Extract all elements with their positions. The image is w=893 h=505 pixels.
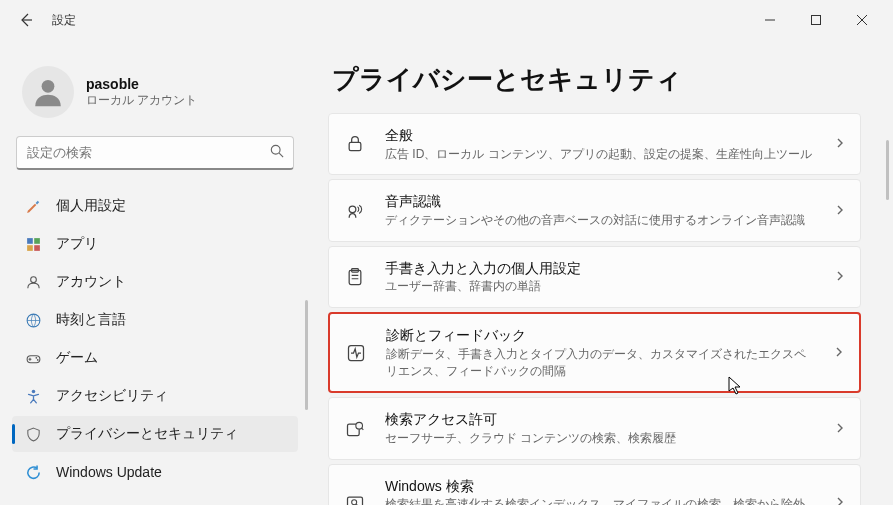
activity-icon [344, 341, 368, 365]
card-title: 全般 [385, 126, 816, 146]
card-title: 検索アクセス許可 [385, 410, 816, 430]
card-title: 手書き入力と入力の個人用設定 [385, 259, 816, 279]
card-diagnostics-feedback[interactable]: 診断とフィードバック 診断データ、手書き入力とタイプ入力のデータ、カスタマイズさ… [328, 312, 861, 393]
svg-line-6 [279, 153, 283, 157]
arrow-left-icon [18, 12, 34, 28]
svg-line-24 [362, 428, 364, 430]
close-icon [857, 15, 867, 25]
nav-time-language[interactable]: 時刻と言語 [12, 302, 298, 338]
svg-rect-25 [348, 498, 363, 505]
apps-icon [24, 235, 42, 253]
clipboard-icon [343, 265, 367, 289]
card-windows-search[interactable]: Windows 検索 検索結果を高速化する検索インデックス、マイファイルの検索、… [328, 464, 861, 505]
card-general[interactable]: 全般 広告 ID、ローカル コンテンツ、アプリの起動、設定の提案、生産性向上ツー… [328, 113, 861, 175]
svg-point-26 [352, 500, 357, 505]
card-sub: ディクテーションやその他の音声ベースの対話に使用するオンライン音声認識 [385, 212, 816, 229]
nav-privacy-security[interactable]: プライバシーとセキュリティ [12, 416, 298, 452]
nav-label: アクセシビリティ [56, 387, 168, 405]
nav-personalization[interactable]: 個人用設定 [12, 188, 298, 224]
nav-label: 個人用設定 [56, 197, 126, 215]
svg-point-5 [271, 145, 280, 154]
lock-icon [343, 132, 367, 156]
card-sub: 検索結果を高速化する検索インデックス、マイファイルの検索、検索から除外されたフォ… [385, 496, 816, 505]
maximize-icon [811, 15, 821, 25]
card-inking-typing[interactable]: 手書き入力と入力の個人用設定 ユーザー辞書、辞書内の単語 [328, 246, 861, 308]
page-title: プライバシーとセキュリティ [328, 62, 871, 97]
svg-rect-10 [34, 245, 40, 251]
person-icon [31, 75, 65, 109]
nav-label: プライバシーとセキュリティ [56, 425, 238, 443]
user-block[interactable]: pasoble ローカル アカウント [12, 60, 298, 136]
nav-label: Windows Update [56, 464, 162, 480]
nav-windows-update[interactable]: Windows Update [12, 454, 298, 490]
nav-gaming[interactable]: ゲーム [12, 340, 298, 376]
user-name: pasoble [86, 76, 197, 92]
minimize-button[interactable] [747, 4, 793, 36]
svg-point-11 [30, 276, 36, 282]
svg-point-4 [42, 80, 55, 93]
gamepad-icon [24, 349, 42, 367]
update-icon [24, 463, 42, 481]
chevron-right-icon [834, 268, 846, 286]
nav-label: 時刻と言語 [56, 311, 126, 329]
globe-clock-icon [24, 311, 42, 329]
chevron-right-icon [834, 202, 846, 220]
close-button[interactable] [839, 4, 885, 36]
card-search-permissions[interactable]: 検索アクセス許可 セーフサーチ、クラウド コンテンツの検索、検索履歴 [328, 397, 861, 459]
card-sub: 広告 ID、ローカル コンテンツ、アプリの起動、設定の提案、生産性向上ツール [385, 146, 816, 163]
search-input[interactable] [16, 136, 294, 170]
shield-icon [24, 425, 42, 443]
card-sub: セーフサーチ、クラウド コンテンツの検索、検索履歴 [385, 430, 816, 447]
search-permissions-icon [343, 417, 367, 441]
svg-rect-8 [34, 238, 40, 244]
svg-point-23 [356, 422, 363, 429]
nav-label: アカウント [56, 273, 126, 291]
speech-icon [343, 199, 367, 223]
svg-point-16 [31, 389, 35, 393]
minimize-icon [765, 15, 775, 25]
search-icon [270, 144, 284, 162]
card-sub: 診断データ、手書き入力とタイプ入力のデータ、カスタマイズされたエクスペリエンス、… [386, 346, 815, 380]
back-button[interactable] [16, 10, 36, 30]
chevron-right-icon [834, 135, 846, 153]
user-account-type: ローカル アカウント [86, 92, 197, 109]
card-title: 音声認識 [385, 192, 816, 212]
nav-label: ゲーム [56, 349, 98, 367]
sidebar-scrollbar[interactable] [305, 300, 308, 410]
account-icon [24, 273, 42, 291]
nav-apps[interactable]: アプリ [12, 226, 298, 262]
chevron-right-icon [834, 494, 846, 505]
svg-rect-7 [27, 238, 33, 244]
main-scrollbar[interactable] [886, 140, 889, 200]
sidebar-nav: 個人用設定 アプリ アカウント 時刻と言語 ゲーム アクセシビリティ [12, 188, 298, 490]
nav-label: アプリ [56, 235, 98, 253]
card-speech[interactable]: 音声認識 ディクテーションやその他の音声ベースの対話に使用するオンライン音声認識 [328, 179, 861, 241]
accessibility-icon [24, 387, 42, 405]
svg-rect-17 [349, 143, 361, 151]
nav-accessibility[interactable]: アクセシビリティ [12, 378, 298, 414]
nav-accounts[interactable]: アカウント [12, 264, 298, 300]
windows-search-icon [343, 491, 367, 505]
avatar [22, 66, 74, 118]
svg-rect-9 [27, 245, 33, 251]
svg-point-14 [35, 356, 37, 358]
chevron-right-icon [834, 420, 846, 438]
app-title: 設定 [52, 12, 76, 29]
svg-point-15 [36, 359, 38, 361]
chevron-right-icon [833, 344, 845, 362]
svg-point-18 [349, 206, 356, 213]
card-sub: ユーザー辞書、辞書内の単語 [385, 278, 816, 295]
maximize-button[interactable] [793, 4, 839, 36]
card-title: Windows 検索 [385, 477, 816, 497]
card-title: 診断とフィードバック [386, 326, 815, 346]
svg-rect-1 [812, 16, 821, 25]
brush-icon [24, 197, 42, 215]
